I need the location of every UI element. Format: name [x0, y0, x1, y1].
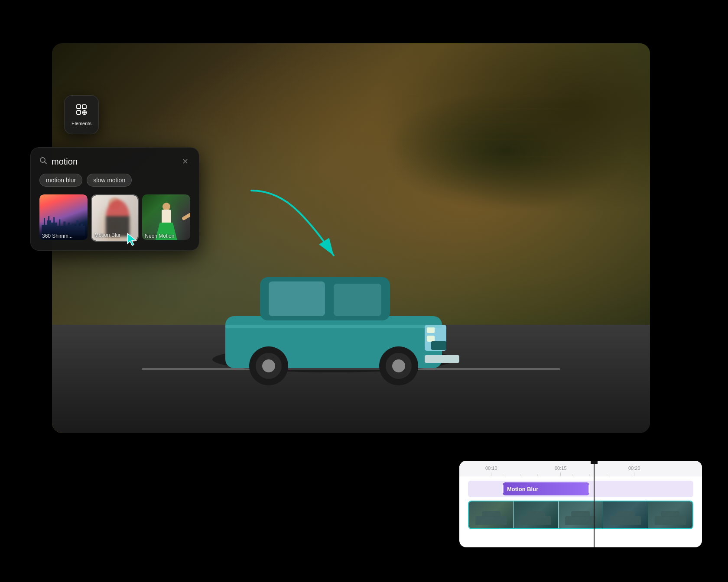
frame-thumb-2: [514, 501, 558, 528]
frame-thumb-5: [648, 501, 692, 528]
ruler-tick-20: 00:20: [628, 466, 640, 476]
svg-rect-18: [82, 105, 86, 109]
motion-streaks: [347, 87, 650, 217]
ruler-label-20: 00:20: [628, 466, 640, 471]
neon-body: [162, 210, 171, 223]
timeline-ruler: 00:10 00:15 00:20: [459, 461, 702, 476]
svg-rect-9: [425, 355, 459, 363]
frame-car-5: [655, 510, 686, 525]
result-label-motionblur: Motion Blur: [94, 232, 121, 238]
svg-rect-4: [334, 284, 381, 316]
playhead-head: [591, 461, 598, 464]
svg-rect-7: [427, 336, 435, 342]
search-icon: [39, 157, 47, 166]
minor-tick-5: [589, 474, 590, 476]
minor-tick-2: [520, 474, 520, 476]
result-label-neonmotion: Neon Motion: [145, 233, 174, 239]
ruler-line-15: [560, 472, 561, 476]
effect-track: Motion Blur: [468, 481, 693, 497]
video-track: [468, 501, 693, 529]
search-query[interactable]: motion: [52, 157, 176, 167]
svg-rect-19: [77, 110, 81, 114]
svg-point-15: [392, 359, 405, 372]
mouse-cursor: [126, 232, 139, 247]
minor-tick-1: [503, 474, 503, 476]
svg-rect-3: [269, 281, 325, 316]
effect-handle-right[interactable]: [588, 485, 590, 493]
ruler-label-15: 00:15: [555, 466, 567, 471]
effect-block-motion-blur[interactable]: Motion Blur: [503, 482, 589, 495]
frame-car-3: [565, 510, 596, 525]
results-grid: 360 Shimm... Motion Blur: [39, 194, 190, 242]
frame-thumb-1: [469, 501, 513, 528]
scene: Elements motion ✕ motion blur slow motio…: [0, 0, 728, 582]
elements-icon: [75, 103, 88, 118]
effect-handle-left[interactable]: [502, 485, 504, 493]
playhead[interactable]: [594, 461, 595, 547]
svg-rect-8: [431, 341, 446, 350]
result-label-360shimmer: 360 Shimm...: [42, 233, 73, 239]
elements-panel-button[interactable]: Elements: [64, 95, 99, 134]
frame-car-body-4: [610, 516, 641, 525]
ruler-tick-15: 00:15: [555, 466, 567, 476]
video-frame-3: [559, 501, 603, 528]
ruler-line-20: [634, 472, 634, 476]
suggestion-pills: motion blur slow motion: [39, 174, 190, 187]
video-frame-1: [469, 501, 514, 528]
frame-car-body-5: [655, 516, 686, 525]
svg-rect-16: [225, 325, 442, 328]
search-panel: motion ✕ motion blur slow motion 360 Shi…: [30, 147, 199, 251]
suggestion-slow-motion[interactable]: slow motion: [87, 174, 132, 187]
city-skyline: [42, 214, 85, 236]
frame-car-body-2: [520, 516, 552, 525]
video-frame-5: [648, 501, 692, 528]
ruler-label-10: 00:10: [485, 466, 497, 471]
minor-tick-3: [537, 474, 538, 476]
frame-car-2: [520, 510, 552, 525]
ruler-line-10: [491, 472, 491, 476]
svg-point-12: [262, 359, 275, 372]
frame-thumb-3: [559, 501, 603, 528]
frame-car-1: [475, 510, 507, 525]
svg-rect-17: [77, 105, 81, 109]
search-clear-button[interactable]: ✕: [180, 156, 190, 167]
video-frame-2: [514, 501, 558, 528]
suggestion-motion-blur[interactable]: motion blur: [39, 174, 82, 187]
frame-car-body-1: [475, 516, 507, 525]
minor-tick-4: [572, 474, 572, 476]
result-item-neonmotion[interactable]: Neon Motion: [142, 194, 190, 242]
result-item-360shimmer[interactable]: 360 Shimm...: [39, 194, 88, 242]
elements-label: Elements: [72, 121, 91, 126]
svg-point-21: [40, 158, 45, 162]
figure-body: [106, 200, 130, 236]
effect-block-label: Motion Blur: [507, 486, 538, 492]
timeline-panel: 00:10 00:15 00:20: [459, 461, 702, 547]
frame-car-body-3: [565, 516, 596, 525]
car-svg: [199, 230, 468, 394]
ruler-tick-10: 00:10: [485, 466, 497, 476]
frame-car-4: [610, 510, 641, 525]
search-bar: motion ✕: [39, 156, 190, 167]
frame-thumb-4: [603, 501, 647, 528]
timeline-tracks: Motion Blur: [459, 476, 702, 534]
video-frame-4: [603, 501, 648, 528]
minor-tick-6: [607, 474, 607, 476]
